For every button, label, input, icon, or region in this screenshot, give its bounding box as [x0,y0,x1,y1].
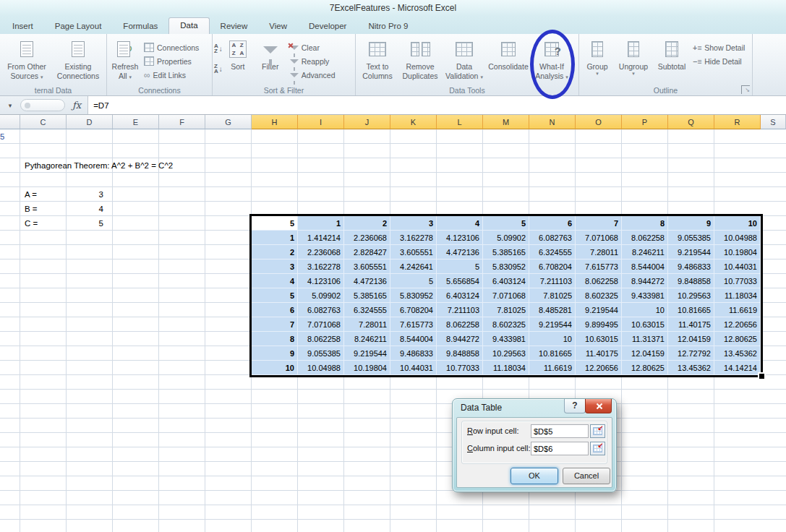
table-cell[interactable]: 9.219544 [668,245,714,259]
cell-title-text[interactable]: Pythagorean Theorem: A^2 + B^2 = C^2 [25,158,173,173]
tab-data[interactable]: Data [168,17,209,34]
table-cell[interactable]: 12.20656 [714,317,761,332]
edit-links-button[interactable]: ∞ Edit Links [142,68,201,82]
refresh-all-button[interactable]: ↻ Refresh All ▾ [108,36,142,80]
table-cell[interactable]: 10.19804 [714,245,761,259]
column-header-s[interactable]: S [761,115,786,129]
table-cell[interactable]: 7.071068 [576,231,622,245]
table-cell[interactable]: 2.828427 [344,245,390,259]
table-cell[interactable]: 4.242641 [390,259,437,274]
column-header-k[interactable]: K [390,115,437,129]
table-cell[interactable]: 5.656854 [437,274,483,288]
table-cell[interactable]: 10.19804 [344,361,390,375]
table-cell[interactable]: 9.433981 [622,288,668,303]
row-input-field[interactable] [531,424,589,438]
column-header-p[interactable]: P [622,115,668,129]
table-cell[interactable]: 8.602325 [576,288,622,303]
table-cell[interactable]: 12.72792 [668,346,714,361]
table-cell[interactable]: 6.082763 [298,303,344,317]
table-cell[interactable]: 11.31371 [622,332,668,346]
table-row-header[interactable]: 8 [252,332,298,346]
cell-b-label[interactable]: B = [25,202,38,216]
table-cell[interactable]: 3.162278 [298,259,344,274]
table-cell[interactable]: 6.403124 [483,274,529,288]
table-cell[interactable]: 9.899495 [576,317,622,332]
table-cell[interactable]: 10.77033 [714,274,761,288]
column-header-r[interactable]: R [714,115,761,129]
column-header-c[interactable]: C [20,115,67,129]
table-cell[interactable]: 3.605551 [390,245,437,259]
table-cell[interactable]: 8.246211 [344,332,390,346]
table-col-header[interactable]: 3 [390,216,437,231]
table-cell[interactable]: 9.055385 [298,346,344,361]
table-col-header[interactable]: 7 [576,216,622,231]
table-cell[interactable]: 5.09902 [483,231,529,245]
table-cell[interactable]: 7.211103 [437,303,483,317]
table-cell[interactable]: 11.18034 [483,361,529,375]
table-cell[interactable]: 14.14214 [714,361,761,375]
row-input-range-picker[interactable]: ↙ [590,424,605,438]
table-cell[interactable]: 8.246211 [622,245,668,259]
table-cell[interactable]: 7.071068 [483,288,529,303]
column-header-f[interactable]: F [159,115,205,129]
table-cell[interactable]: 7.211103 [529,274,576,288]
column-input-range-picker[interactable]: ↙ [590,442,605,455]
table-cell[interactable]: 9.219544 [529,317,576,332]
table-cell[interactable]: 10.77033 [437,361,483,375]
table-cell[interactable]: 7.28011 [576,245,622,259]
table-cell[interactable]: 7.28011 [344,317,390,332]
tab-page-layout[interactable]: Page Layout [44,18,113,34]
table-cell[interactable]: 6.324555 [344,303,390,317]
table-cell[interactable]: 2.236068 [344,231,390,245]
column-header-j[interactable]: J [344,115,390,129]
table-cell[interactable]: 8.062258 [298,332,344,346]
table-row-header[interactable]: 9 [252,346,298,361]
subtotal-button[interactable]: Subtotal [653,36,691,72]
name-box-arrow-icon[interactable]: ▾ [0,102,20,109]
table-cell[interactable]: 4.472136 [437,245,483,259]
table-cell[interactable]: 10.04988 [714,231,761,245]
table-col-header[interactable]: 9 [668,216,714,231]
table-cell[interactable]: 9.219544 [576,303,622,317]
table-cell[interactable]: 5 [390,274,437,288]
hide-detail-button[interactable]: −≡ Hide Detail [691,54,747,68]
table-cell[interactable]: 12.04159 [622,346,668,361]
table-cell[interactable]: 5.09902 [298,288,344,303]
table-cell[interactable]: 5.830952 [390,288,437,303]
table-col-header[interactable]: 10 [714,216,761,231]
existing-connections-button[interactable]: Existing Connections [52,36,104,80]
column-input-field[interactable] [531,442,589,455]
table-cell[interactable]: 6.403124 [437,288,483,303]
table-cell[interactable]: 9.219544 [344,346,390,361]
table-cell[interactable]: 5.830952 [483,259,529,274]
table-cell[interactable]: 4.123106 [437,231,483,245]
ungroup-button[interactable]: Ungroup ▾ [614,36,653,76]
cell-b-value[interactable]: 4 [67,202,108,216]
dialog-launcher-icon[interactable]: ↘ [741,85,750,94]
table-cell[interactable]: 5.385165 [483,245,529,259]
table-row-header[interactable]: 7 [252,317,298,332]
reapply-button[interactable]: Reapply [288,54,338,68]
ok-button[interactable]: OK [511,468,558,484]
table-cell[interactable]: 8.544004 [390,332,437,346]
cell-a-value[interactable]: 3 [67,187,108,202]
table-cell[interactable]: 11.40175 [668,317,714,332]
column-header-d[interactable]: D [67,115,113,129]
table-row-header[interactable]: 6 [252,303,298,317]
column-header-g[interactable]: G [205,115,252,129]
text-to-columns-button[interactable]: Text to Columns [357,36,398,80]
table-cell[interactable]: 10 [622,303,668,317]
group-button[interactable]: Group ▾ [581,36,614,76]
table-cell[interactable]: 13.45362 [668,361,714,375]
table-cell[interactable]: 6.324555 [529,245,576,259]
table-cell[interactable]: 12.80625 [714,332,761,346]
table-cell[interactable]: 8.944272 [437,332,483,346]
table-cell[interactable]: 10.81665 [529,346,576,361]
table-cell[interactable]: 12.80625 [622,361,668,375]
column-header-l[interactable]: L [437,115,483,129]
table-cell[interactable]: 8.485281 [529,303,576,317]
table-cell[interactable]: 1.414214 [298,231,344,245]
table-cell[interactable]: 9.433981 [483,332,529,346]
table-cell[interactable]: 9.486833 [390,346,437,361]
fill-handle[interactable] [758,372,766,380]
